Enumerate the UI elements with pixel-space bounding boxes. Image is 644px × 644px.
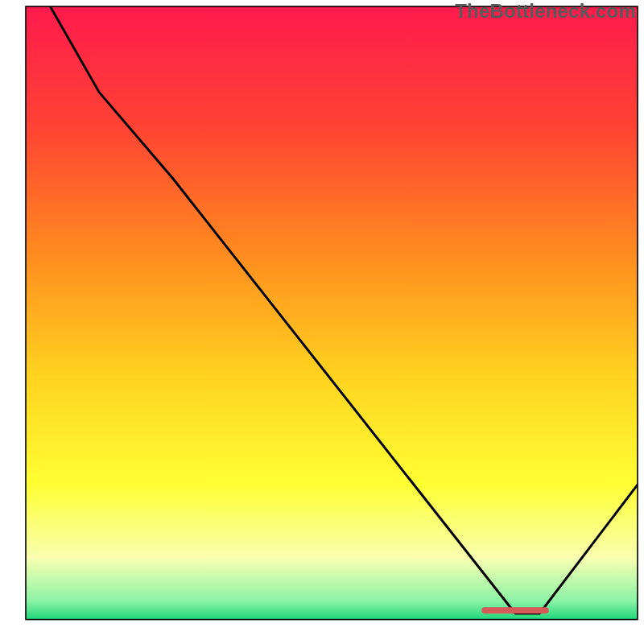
watermark-text: TheBottleneck.com <box>455 0 636 23</box>
bottleneck-chart <box>0 0 644 644</box>
gradient-background <box>26 6 638 620</box>
optimal-range-marker <box>481 607 549 613</box>
chart-container: TheBottleneck.com <box>0 0 644 644</box>
